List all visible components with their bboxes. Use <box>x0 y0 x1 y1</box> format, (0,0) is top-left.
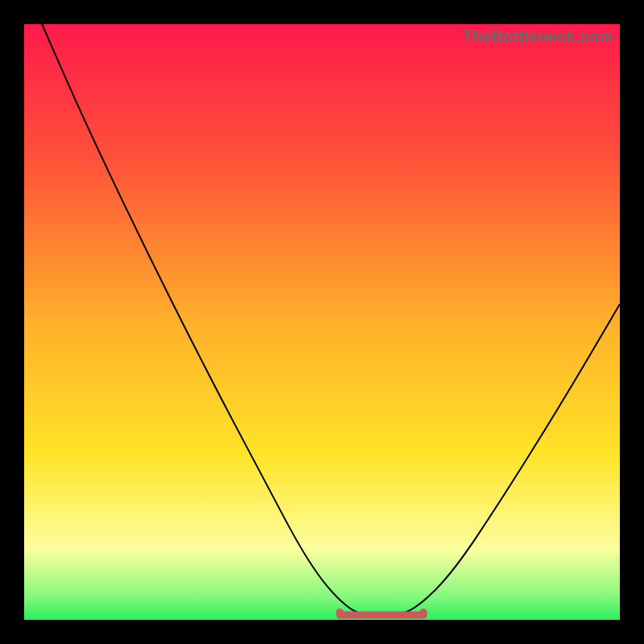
chart-frame: TheBottleneck.com <box>0 0 644 644</box>
bottleneck-curve <box>42 24 620 617</box>
flat-region-dot-right <box>419 609 427 617</box>
curve-svg <box>24 24 620 620</box>
flat-region-dot-left <box>336 609 344 617</box>
plot-gradient-area: TheBottleneck.com <box>24 24 620 620</box>
